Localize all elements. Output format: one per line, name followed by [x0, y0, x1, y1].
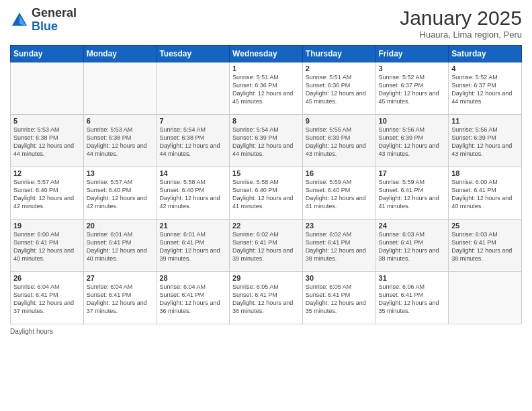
calendar-title: January 2025	[400, 7, 522, 30]
day-number: 1	[232, 64, 300, 73]
day-number: 22	[232, 222, 300, 230]
cell-details: Sunrise: 5:54 AM Sunset: 6:38 PM Dayligh…	[159, 126, 226, 158]
calendar-cell: 12Sunrise: 5:57 AM Sunset: 6:40 PM Dayli…	[11, 167, 84, 220]
day-number: 7	[159, 117, 226, 125]
cell-details: Sunrise: 5:53 AM Sunset: 6:38 PM Dayligh…	[13, 126, 81, 158]
calendar-cell: 27Sunrise: 6:04 AM Sunset: 6:41 PM Dayli…	[83, 272, 157, 324]
calendar-cell	[11, 62, 84, 115]
cell-details: Sunrise: 5:57 AM Sunset: 6:40 PM Dayligh…	[13, 178, 81, 211]
day-number: 31	[379, 274, 446, 282]
calendar-subtitle: Huaura, Lima region, Peru	[400, 30, 522, 40]
cell-details: Sunrise: 6:04 AM Sunset: 6:41 PM Dayligh…	[13, 283, 81, 316]
day-number: 23	[306, 222, 373, 230]
day-number: 17	[379, 169, 446, 177]
day-number: 11	[451, 117, 519, 125]
day-number: 20	[87, 222, 154, 230]
calendar-cell: 24Sunrise: 6:03 AM Sunset: 6:41 PM Dayli…	[375, 220, 449, 272]
logo-blue: Blue	[32, 19, 58, 33]
day-number: 9	[306, 117, 373, 125]
day-number: 16	[306, 169, 373, 177]
cell-details: Sunrise: 5:52 AM Sunset: 6:37 PM Dayligh…	[451, 73, 519, 106]
calendar-cell: 28Sunrise: 6:04 AM Sunset: 6:41 PM Dayli…	[157, 272, 230, 324]
calendar-cell: 6Sunrise: 5:53 AM Sunset: 6:38 PM Daylig…	[83, 115, 157, 167]
logo-general: General	[32, 6, 77, 19]
cell-details: Sunrise: 6:00 AM Sunset: 6:41 PM Dayligh…	[451, 178, 519, 211]
calendar-cell: 21Sunrise: 6:01 AM Sunset: 6:41 PM Dayli…	[157, 220, 230, 272]
cell-details: Sunrise: 5:58 AM Sunset: 6:40 PM Dayligh…	[159, 178, 226, 211]
day-number: 18	[451, 169, 519, 177]
day-number: 28	[159, 274, 226, 282]
calendar-cell: 8Sunrise: 5:54 AM Sunset: 6:39 PM Daylig…	[230, 115, 303, 167]
calendar-cell: 3Sunrise: 5:52 AM Sunset: 6:37 PM Daylig…	[375, 62, 449, 115]
cell-details: Sunrise: 6:04 AM Sunset: 6:41 PM Dayligh…	[87, 283, 154, 316]
calendar-cell: 7Sunrise: 5:54 AM Sunset: 6:38 PM Daylig…	[157, 115, 230, 167]
header-cell-thursday: Thursday	[302, 46, 375, 62]
day-number: 19	[13, 222, 81, 230]
calendar-cell: 5Sunrise: 5:53 AM Sunset: 6:38 PM Daylig…	[11, 115, 84, 167]
day-number: 6	[87, 117, 154, 125]
week-row-1: 5Sunrise: 5:53 AM Sunset: 6:38 PM Daylig…	[11, 115, 522, 167]
week-row-2: 12Sunrise: 5:57 AM Sunset: 6:40 PM Dayli…	[11, 167, 522, 220]
calendar-cell: 4Sunrise: 5:52 AM Sunset: 6:37 PM Daylig…	[449, 62, 522, 115]
day-number: 13	[87, 169, 154, 177]
day-number: 21	[159, 222, 226, 230]
cell-details: Sunrise: 5:55 AM Sunset: 6:39 PM Dayligh…	[306, 126, 373, 158]
day-number: 2	[306, 64, 373, 73]
calendar-cell: 30Sunrise: 6:05 AM Sunset: 6:41 PM Dayli…	[302, 272, 375, 324]
logo-text: General Blue	[32, 7, 77, 34]
day-number: 3	[379, 64, 446, 73]
header-cell-sunday: Sunday	[11, 46, 84, 62]
calendar-cell: 13Sunrise: 5:57 AM Sunset: 6:40 PM Dayli…	[83, 167, 157, 220]
calendar-cell: 10Sunrise: 5:56 AM Sunset: 6:39 PM Dayli…	[375, 115, 449, 167]
cell-details: Sunrise: 6:05 AM Sunset: 6:41 PM Dayligh…	[232, 283, 300, 316]
calendar-cell: 31Sunrise: 6:06 AM Sunset: 6:41 PM Dayli…	[375, 272, 449, 324]
header-cell-saturday: Saturday	[449, 46, 522, 62]
calendar-table: SundayMondayTuesdayWednesdayThursdayFrid…	[10, 45, 522, 324]
cell-details: Sunrise: 5:56 AM Sunset: 6:39 PM Dayligh…	[379, 126, 446, 158]
cell-details: Sunrise: 6:01 AM Sunset: 6:41 PM Dayligh…	[159, 230, 226, 263]
calendar-cell: 15Sunrise: 5:58 AM Sunset: 6:40 PM Dayli…	[230, 167, 303, 220]
day-number: 25	[451, 222, 519, 230]
cell-details: Sunrise: 5:54 AM Sunset: 6:39 PM Dayligh…	[232, 126, 300, 158]
calendar-cell: 20Sunrise: 6:01 AM Sunset: 6:41 PM Dayli…	[83, 220, 157, 272]
calendar-cell: 14Sunrise: 5:58 AM Sunset: 6:40 PM Dayli…	[157, 167, 230, 220]
week-row-4: 26Sunrise: 6:04 AM Sunset: 6:41 PM Dayli…	[11, 272, 522, 324]
day-number: 26	[13, 274, 81, 282]
logo: General Blue	[10, 7, 77, 34]
header-cell-monday: Monday	[83, 46, 157, 62]
day-number: 29	[232, 274, 300, 282]
week-row-0: 1Sunrise: 5:51 AM Sunset: 6:36 PM Daylig…	[11, 62, 522, 115]
calendar-cell: 18Sunrise: 6:00 AM Sunset: 6:41 PM Dayli…	[449, 167, 522, 220]
day-number: 4	[451, 64, 519, 73]
calendar-cell: 19Sunrise: 6:00 AM Sunset: 6:41 PM Dayli…	[11, 220, 84, 272]
logo-icon	[10, 11, 29, 30]
calendar-cell: 1Sunrise: 5:51 AM Sunset: 6:36 PM Daylig…	[230, 62, 303, 115]
cell-details: Sunrise: 6:05 AM Sunset: 6:41 PM Dayligh…	[306, 283, 373, 316]
calendar-cell	[157, 62, 230, 115]
day-number: 30	[306, 274, 373, 282]
header-cell-tuesday: Tuesday	[157, 46, 230, 62]
cell-details: Sunrise: 5:51 AM Sunset: 6:36 PM Dayligh…	[232, 73, 300, 106]
calendar-cell: 2Sunrise: 5:51 AM Sunset: 6:36 PM Daylig…	[302, 62, 375, 115]
title-block: January 2025 Huaura, Lima region, Peru	[400, 7, 522, 40]
week-row-3: 19Sunrise: 6:00 AM Sunset: 6:41 PM Dayli…	[11, 220, 522, 272]
calendar-cell: 23Sunrise: 6:02 AM Sunset: 6:41 PM Dayli…	[302, 220, 375, 272]
footer: Daylight hours	[10, 328, 522, 335]
calendar-cell: 11Sunrise: 5:56 AM Sunset: 6:39 PM Dayli…	[449, 115, 522, 167]
calendar-cell: 9Sunrise: 5:55 AM Sunset: 6:39 PM Daylig…	[302, 115, 375, 167]
cell-details: Sunrise: 5:59 AM Sunset: 6:40 PM Dayligh…	[306, 178, 373, 211]
cell-details: Sunrise: 5:53 AM Sunset: 6:38 PM Dayligh…	[87, 126, 154, 158]
cell-details: Sunrise: 5:56 AM Sunset: 6:39 PM Dayligh…	[451, 126, 519, 158]
cell-details: Sunrise: 6:02 AM Sunset: 6:41 PM Dayligh…	[232, 230, 300, 263]
cell-details: Sunrise: 6:03 AM Sunset: 6:41 PM Dayligh…	[451, 230, 519, 263]
calendar-cell: 16Sunrise: 5:59 AM Sunset: 6:40 PM Dayli…	[302, 167, 375, 220]
day-number: 5	[13, 117, 81, 125]
header-cell-wednesday: Wednesday	[230, 46, 303, 62]
calendar-cell: 26Sunrise: 6:04 AM Sunset: 6:41 PM Dayli…	[11, 272, 84, 324]
header-cell-friday: Friday	[375, 46, 449, 62]
cell-details: Sunrise: 5:57 AM Sunset: 6:40 PM Dayligh…	[87, 178, 154, 211]
cell-details: Sunrise: 5:59 AM Sunset: 6:41 PM Dayligh…	[379, 178, 446, 211]
calendar-cell: 17Sunrise: 5:59 AM Sunset: 6:41 PM Dayli…	[375, 167, 449, 220]
calendar-cell	[449, 272, 522, 324]
cell-details: Sunrise: 6:00 AM Sunset: 6:41 PM Dayligh…	[13, 230, 81, 263]
